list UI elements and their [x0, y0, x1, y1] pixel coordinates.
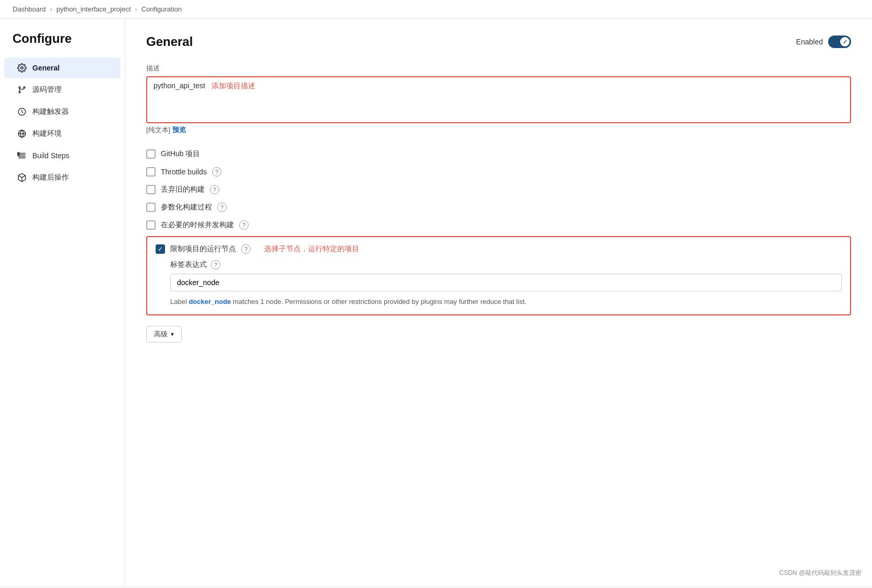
breadcrumb-project[interactable]: python_interface_project — [56, 5, 131, 13]
sidebar-title: Configure — [0, 31, 125, 56]
description-section: 描述 python_api_test 添加项目描述 [纯文本] 预览 — [146, 64, 851, 135]
checkbox-discard: 丢弃旧的构建 ? — [146, 181, 851, 198]
checkbox-concurrent: 在必要的时候并发构建 ? — [146, 216, 851, 234]
svg-point-0 — [21, 67, 23, 69]
preview-row: [纯文本] 预览 — [146, 125, 851, 135]
breadcrumb-sep-2: › — [135, 5, 137, 13]
discard-help-icon[interactable]: ? — [210, 185, 219, 194]
checkbox-parameterize-box[interactable] — [146, 203, 156, 212]
checkbox-discard-label: 丢弃旧的构建 — [161, 185, 205, 194]
restricted-hint: 选择子节点，运行特定的项目 — [264, 244, 359, 254]
checkbox-github-box[interactable] — [146, 149, 156, 159]
checkbox-concurrent-label: 在必要的时候并发构建 — [161, 220, 234, 230]
checkbox-throttle: Throttle builds ? — [146, 163, 851, 181]
node-input[interactable] — [170, 274, 842, 291]
checkbox-throttle-label: Throttle builds — [161, 168, 207, 176]
sidebar-item-source[interactable]: 源码管理 — [4, 79, 121, 100]
list-icon — [17, 150, 27, 161]
branch-icon — [17, 85, 27, 95]
advanced-button[interactable]: 高级 ▾ — [146, 326, 182, 343]
gear-icon — [17, 63, 27, 73]
content-area: General Enabled ✓ 描述 python_api_test 添加项… — [125, 19, 872, 586]
page-title: General — [146, 34, 193, 49]
checkbox-concurrent-box[interactable] — [146, 220, 156, 230]
checkbox-list: GitHub 项目 Throttle builds ? 丢弃旧的构建 ? 参数化… — [146, 145, 851, 234]
sidebar-item-build-steps[interactable]: Build Steps — [4, 145, 121, 166]
label-expr-help-icon[interactable]: ? — [211, 260, 220, 269]
sidebar-item-environment[interactable]: 构建环境 — [4, 123, 121, 144]
enabled-area: Enabled ✓ — [796, 36, 851, 48]
checkbox-throttle-box[interactable] — [146, 167, 156, 177]
breadcrumb: Dashboard › python_interface_project › C… — [0, 0, 872, 19]
match-bold: docker_node — [188, 298, 231, 305]
watermark: CSDN @敲代码敲到头发茂密 — [779, 569, 862, 578]
enabled-label: Enabled — [796, 38, 823, 46]
restricted-help-icon[interactable]: ? — [241, 244, 251, 254]
cube-icon — [17, 172, 27, 183]
checkbox-discard-box[interactable] — [146, 185, 156, 194]
sidebar-item-general-label: General — [32, 64, 60, 72]
svg-point-1 — [19, 87, 20, 88]
restricted-checkbox-box[interactable]: ✓ — [156, 244, 165, 254]
chevron-down-icon: ▾ — [171, 331, 174, 338]
description-label: 描述 — [146, 64, 851, 73]
match-text-suffix: matches 1 node. Permissions or other res… — [231, 298, 526, 305]
checkbox-github-label: GitHub 项目 — [161, 149, 200, 159]
clock-icon — [17, 107, 27, 117]
restricted-node-section: ✓ 限制项目的运行节点 ? 选择子节点，运行特定的项目 标签表达式 ? Labe… — [146, 236, 851, 315]
plain-text-label: [纯文本] — [146, 126, 170, 134]
sidebar-item-triggers[interactable]: 构建触发器 — [4, 101, 121, 122]
sidebar-item-environment-label: 构建环境 — [32, 129, 62, 138]
breadcrumb-dashboard[interactable]: Dashboard — [13, 5, 46, 13]
globe-icon — [17, 128, 27, 139]
sidebar-item-build-steps-label: Build Steps — [32, 151, 69, 160]
label-expr-label: 标签表达式 — [170, 260, 207, 269]
node-match-text: Label docker_node matches 1 node. Permis… — [170, 297, 842, 307]
enabled-toggle[interactable]: ✓ — [828, 36, 851, 48]
restricted-label: 限制项目的运行节点 — [170, 244, 236, 254]
throttle-help-icon[interactable]: ? — [212, 167, 221, 177]
sidebar-item-source-label: 源码管理 — [32, 85, 62, 95]
breadcrumb-sep-1: › — [50, 5, 52, 13]
svg-point-2 — [19, 91, 20, 93]
checkbox-github: GitHub 项目 — [146, 145, 851, 163]
parameterize-help-icon[interactable]: ? — [217, 203, 227, 212]
label-expr-row: 标签表达式 ? — [170, 260, 842, 269]
concurrent-help-icon[interactable]: ? — [239, 220, 249, 230]
sidebar-item-post-build[interactable]: 构建后操作 — [4, 167, 121, 188]
sidebar: Configure General 源码管理 — [0, 19, 125, 586]
content-header: General Enabled ✓ — [146, 34, 851, 49]
toggle-knob: ✓ — [840, 37, 850, 46]
preview-link[interactable]: 预览 — [172, 126, 186, 134]
sidebar-item-triggers-label: 构建触发器 — [32, 107, 69, 116]
sidebar-item-post-build-label: 构建后操作 — [32, 173, 69, 182]
advanced-button-label: 高级 — [154, 330, 168, 339]
checkbox-parameterize-label: 参数化构建过程 — [161, 203, 212, 212]
restricted-header: ✓ 限制项目的运行节点 ? 选择子节点，运行特定的项目 — [156, 244, 842, 254]
checkbox-parameterize: 参数化构建过程 ? — [146, 198, 851, 216]
toggle-check-icon: ✓ — [843, 39, 847, 45]
sidebar-item-general[interactable]: General — [4, 57, 121, 78]
breadcrumb-configuration: Configuration — [142, 5, 182, 13]
restricted-check-icon: ✓ — [158, 246, 163, 252]
match-text-prefix: Label — [170, 298, 188, 305]
